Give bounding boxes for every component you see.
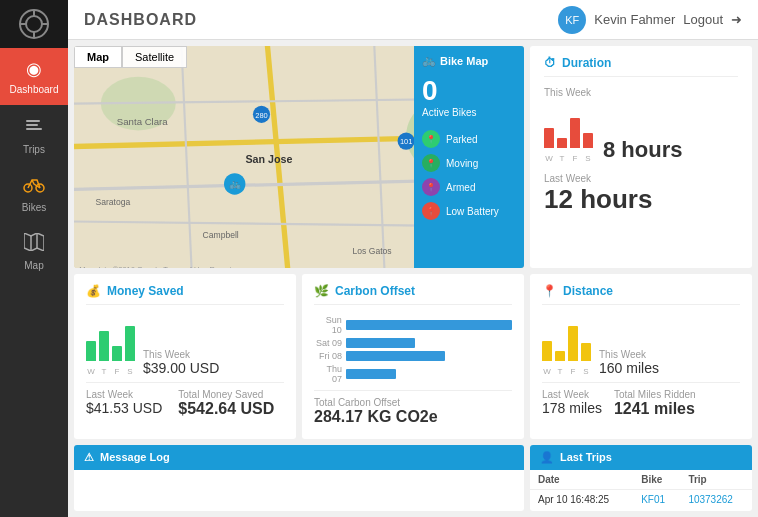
svg-point-1 bbox=[26, 16, 42, 32]
trip-bike-link[interactable]: KF01 bbox=[641, 494, 665, 505]
battery-dot: 📍 bbox=[422, 202, 440, 220]
svg-text:Saratoga: Saratoga bbox=[95, 197, 130, 207]
dist-chart-t: T bbox=[555, 367, 565, 376]
message-log-title: Message Log bbox=[100, 451, 170, 463]
avatar: KF bbox=[558, 6, 586, 34]
last-trips-header: 👤 Last Trips bbox=[530, 445, 752, 470]
carbon-row-1: Sat 09 bbox=[314, 338, 512, 348]
armed-label: Armed bbox=[446, 182, 475, 193]
trip-date: Apr 10 16:48:25 bbox=[530, 489, 633, 509]
status-armed: 📍 Armed bbox=[422, 178, 516, 196]
svg-text:San Jose: San Jose bbox=[245, 153, 292, 165]
money-chart: W T F S bbox=[86, 315, 135, 376]
armed-dot: 📍 bbox=[422, 178, 440, 196]
money-total-value: $542.64 USD bbox=[178, 400, 274, 418]
money-header: 💰 Money Saved bbox=[86, 284, 284, 305]
money-chart-t: T bbox=[99, 367, 109, 376]
distance-header: 📍 Distance bbox=[542, 284, 740, 305]
svg-text:Map data ©2016 Google  Terms o: Map data ©2016 Google Terms of Use Repor… bbox=[79, 265, 273, 269]
dist-chart-w: W bbox=[542, 367, 552, 376]
map-section: Map Satellite bbox=[74, 46, 524, 268]
duration-title: Duration bbox=[562, 56, 611, 70]
chart-label-f: F bbox=[570, 154, 580, 163]
money-total-label: Total Money Saved bbox=[178, 389, 274, 400]
trips-person-icon: 👤 bbox=[540, 451, 554, 464]
svg-text:🚲: 🚲 bbox=[229, 178, 242, 190]
trips-col-bike: Bike bbox=[633, 470, 680, 490]
sidebar-label-dashboard: Dashboard bbox=[10, 84, 59, 95]
trip-id: 10373262 bbox=[680, 489, 752, 509]
duration-this-week-value: 8 hours bbox=[603, 137, 682, 163]
duration-bar-s bbox=[583, 133, 593, 148]
carbon-bar-1 bbox=[346, 338, 415, 348]
duration-bar-t bbox=[557, 138, 567, 148]
user-menu[interactable]: KF Kevin Fahmer Logout ➜ bbox=[558, 6, 742, 34]
money-chart-s: S bbox=[125, 367, 135, 376]
dist-bar-2 bbox=[555, 351, 565, 361]
clock-icon: ⏱ bbox=[544, 56, 556, 70]
dist-chart-f: F bbox=[568, 367, 578, 376]
carbon-row-2: Fri 08 bbox=[314, 351, 512, 361]
money-icon: 💰 bbox=[86, 284, 101, 298]
sidebar-item-map[interactable]: Map bbox=[0, 223, 68, 281]
money-last-week-label: Last Week bbox=[86, 389, 162, 400]
svg-rect-8 bbox=[26, 120, 40, 122]
money-this-week-label: This Week bbox=[143, 349, 219, 360]
moving-dot: 📍 bbox=[422, 154, 440, 172]
map-tab-satellite[interactable]: Satellite bbox=[122, 46, 187, 68]
bike-map-icon: 🚲 bbox=[422, 54, 436, 67]
sidebar-label-bikes: Bikes bbox=[22, 202, 46, 213]
money-bar-1 bbox=[86, 341, 96, 361]
duration-last-week-value: 12 hours bbox=[544, 184, 738, 215]
sidebar: ◉ Dashboard Trips Bikes bbox=[0, 0, 68, 517]
message-log-header: ⚠ Message Log bbox=[74, 445, 524, 470]
message-panel: ⚠ Message Log bbox=[74, 445, 524, 511]
svg-rect-7 bbox=[26, 124, 38, 126]
distance-title: Distance bbox=[563, 284, 613, 298]
distance-this-week-label: This Week bbox=[599, 349, 659, 360]
dist-bar-1 bbox=[542, 341, 552, 361]
user-name: Kevin Fahmer bbox=[594, 12, 675, 27]
sidebar-item-bikes[interactable]: Bikes bbox=[0, 165, 68, 223]
carbon-panel: 🌿 Carbon Offset Sun 10 Sat 09 Fri 08 Thu bbox=[302, 274, 524, 438]
carbon-total-value: 284.17 KG CO2e bbox=[314, 408, 512, 426]
dashboard-grid: Map Satellite bbox=[68, 40, 758, 517]
dashboard-icon: ◉ bbox=[26, 58, 42, 80]
trip-id-link[interactable]: 10373262 bbox=[688, 494, 733, 505]
svg-text:280: 280 bbox=[255, 111, 268, 120]
trip-bike: KF01 bbox=[633, 489, 680, 509]
map-tab-map[interactable]: Map bbox=[74, 46, 122, 68]
parked-label: Parked bbox=[446, 134, 478, 145]
carbon-bar-3 bbox=[346, 369, 396, 379]
warning-icon: ⚠ bbox=[84, 451, 94, 464]
sidebar-item-dashboard[interactable]: ◉ Dashboard bbox=[0, 48, 68, 105]
active-bike-label: Active Bikes bbox=[422, 107, 516, 118]
map-icon bbox=[24, 233, 44, 256]
trips-col-trip: Trip bbox=[680, 470, 752, 490]
status-low-battery: 📍 Low Battery bbox=[422, 202, 516, 220]
dist-bar-3 bbox=[568, 326, 578, 361]
sidebar-label-trips: Trips bbox=[23, 144, 45, 155]
svg-text:101: 101 bbox=[400, 137, 413, 146]
status-moving: 📍 Moving bbox=[422, 154, 516, 172]
logout-button[interactable]: Logout bbox=[683, 12, 723, 27]
distance-total-label: Total Miles Ridden bbox=[614, 389, 696, 400]
bike-map-panel: 🚲 Bike Map 0 Active Bikes 📍 Parked 📍 Mov… bbox=[414, 46, 524, 268]
carbon-title: Carbon Offset bbox=[335, 284, 415, 298]
distance-total-value: 1241 miles bbox=[614, 400, 696, 418]
money-bar-2 bbox=[99, 331, 109, 361]
distance-last-week-value: 178 miles bbox=[542, 400, 602, 416]
active-bike-count: 0 bbox=[422, 75, 516, 107]
money-this-week-value: $39.00 USD bbox=[143, 360, 219, 376]
svg-rect-6 bbox=[26, 128, 42, 130]
sidebar-item-trips[interactable]: Trips bbox=[0, 105, 68, 165]
duration-panel: ⏱ Duration This Week W T F S bbox=[530, 46, 752, 268]
carbon-icon: 🌿 bbox=[314, 284, 329, 298]
carbon-label-2: Fri 08 bbox=[314, 351, 342, 361]
message-log-content bbox=[74, 470, 524, 506]
duration-chart: W T F S bbox=[544, 102, 593, 163]
page-title: DASHBOARD bbox=[84, 11, 197, 29]
carbon-header: 🌿 Carbon Offset bbox=[314, 284, 512, 305]
money-last-week-value: $41.53 USD bbox=[86, 400, 162, 416]
logout-icon: ➜ bbox=[731, 12, 742, 27]
